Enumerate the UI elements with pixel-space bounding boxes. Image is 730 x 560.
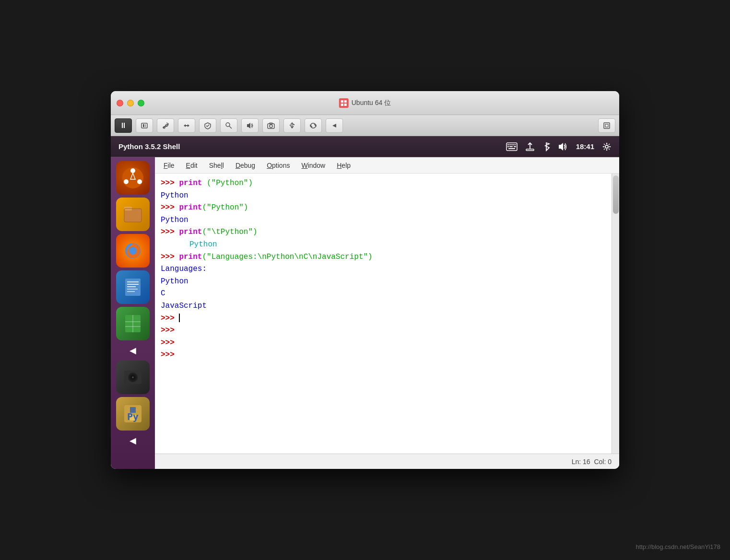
shell-empty-2: >>>	[161, 337, 606, 350]
prompt-3: >>>	[161, 228, 179, 236]
keyboard-icon	[506, 142, 518, 152]
back-arrow-button[interactable]	[326, 118, 343, 133]
pause-button[interactable]: ⏸	[115, 118, 132, 133]
menu-shell[interactable]: Shell	[204, 160, 229, 171]
prompt-empty-2: >>>	[161, 338, 175, 347]
menu-help[interactable]: Help	[332, 160, 355, 171]
string-4: ("Languages:\nPython\nC\nJavaScript")	[202, 253, 372, 261]
menu-edit[interactable]: Edit	[181, 160, 202, 171]
svg-rect-28	[509, 146, 513, 147]
sidebar-item-firefox[interactable]	[116, 234, 150, 268]
scrollbar-thumb[interactable]	[613, 175, 619, 214]
wrench-button[interactable]	[157, 118, 174, 133]
svg-rect-16	[293, 124, 294, 125]
search-button[interactable]	[220, 118, 237, 133]
svg-rect-31	[526, 149, 534, 151]
window-title: Ubuntu 64 位	[352, 99, 391, 107]
shell-output-2: Python	[161, 214, 606, 227]
shell-line-2: >>> print("Python")	[161, 202, 606, 214]
sidebar-item-calc[interactable]	[116, 307, 150, 340]
toolbar: ⏸	[111, 115, 619, 136]
svg-rect-48	[127, 289, 138, 290]
bluetooth-icon	[542, 142, 550, 152]
svg-point-37	[124, 179, 129, 184]
svg-point-43	[129, 247, 137, 255]
shell-line-3: >>> print("\tPython")	[161, 226, 606, 239]
usb-button[interactable]	[283, 118, 301, 133]
svg-text:Py: Py	[127, 411, 139, 422]
shell-output-3: Python	[161, 239, 606, 251]
keyword-2: print	[179, 203, 202, 212]
prompt-1: >>>	[161, 179, 179, 187]
window-buttons	[117, 100, 144, 106]
shell-output-4b: Python	[161, 276, 606, 288]
refresh-button[interactable]	[305, 118, 322, 133]
app-bar-right: 18:41	[506, 142, 612, 152]
svg-point-12	[270, 125, 272, 128]
status-bar: Ln: 16 Col: 0	[155, 454, 619, 469]
string-3: ("\tPython")	[202, 228, 257, 236]
shell-empty-1: >>>	[161, 325, 606, 337]
expand-button[interactable]	[598, 118, 615, 133]
sidebar-item-app6[interactable]	[116, 361, 150, 394]
shield-button[interactable]	[199, 118, 216, 133]
shell-output-4a: Languages:	[161, 263, 606, 276]
svg-line-9	[229, 126, 232, 128]
menu-debug[interactable]: Debug	[231, 160, 260, 171]
app-bar: Python 3.5.2 Shell	[111, 136, 619, 157]
svg-marker-18	[332, 124, 336, 128]
upload-icon	[525, 142, 535, 152]
arrows-button[interactable]	[178, 118, 195, 133]
scrollbar	[612, 174, 619, 454]
sidebar-item-writer[interactable]	[116, 270, 150, 304]
svg-rect-27	[507, 146, 509, 147]
sidebar-scroll-up[interactable]: ◀	[128, 343, 138, 358]
shell-panel: File Edit Shell Debug Options Window Hel…	[155, 157, 619, 469]
menu-options[interactable]: Options	[262, 160, 294, 171]
svg-rect-30	[508, 148, 515, 149]
svg-rect-47	[127, 286, 136, 287]
svg-rect-24	[511, 144, 513, 145]
svg-point-58	[132, 376, 134, 378]
shell-empty-3: >>>	[161, 349, 606, 362]
menu-window[interactable]: Window	[296, 160, 330, 171]
sidebar-item-files[interactable]	[116, 198, 150, 231]
svg-rect-25	[513, 144, 515, 145]
minimize-button[interactable]	[127, 100, 134, 106]
toolbar-right	[598, 118, 615, 133]
svg-rect-49	[127, 291, 135, 292]
svg-rect-3	[344, 104, 347, 106]
svg-marker-10	[247, 123, 250, 128]
sidebar: ◀ Py ◀	[111, 157, 155, 469]
sidebar-item-ubuntu[interactable]	[116, 161, 150, 195]
volume-icon	[558, 142, 568, 152]
maximize-button[interactable]	[138, 100, 144, 106]
sidebar-item-python[interactable]: Py	[116, 397, 150, 431]
svg-point-8	[226, 123, 230, 127]
prompt-cursor: >>>	[161, 314, 179, 323]
menu-bar: File Edit Shell Debug Options Window Hel…	[155, 157, 619, 174]
close-button[interactable]	[117, 100, 123, 106]
window-title-area: Ubuntu 64 位	[339, 98, 391, 108]
main-area: ◀ Py ◀	[111, 157, 619, 469]
prompt-4: >>>	[161, 253, 179, 261]
svg-point-38	[137, 179, 142, 184]
svg-rect-29	[514, 146, 516, 147]
keyword-1: print	[179, 179, 202, 187]
string-2: ("Python")	[202, 203, 248, 212]
svg-rect-5	[143, 124, 144, 127]
title-bar: Ubuntu 64 位	[111, 91, 619, 115]
camera-button[interactable]	[262, 118, 280, 133]
scrollbar-track[interactable]	[612, 174, 619, 454]
record-button[interactable]	[136, 118, 153, 133]
sidebar-scroll-down[interactable]: ◀	[128, 433, 138, 448]
svg-rect-17	[290, 125, 291, 126]
shell-content[interactable]: >>> print ("Python") Python >>> print("P…	[155, 174, 612, 454]
speaker-button[interactable]	[241, 118, 259, 133]
settings-icon[interactable]	[602, 142, 612, 152]
svg-rect-45	[127, 281, 139, 282]
shell-output-4c: C	[161, 288, 606, 300]
svg-rect-20	[605, 124, 608, 127]
menu-file[interactable]: File	[159, 160, 179, 171]
window-icon	[339, 98, 349, 108]
